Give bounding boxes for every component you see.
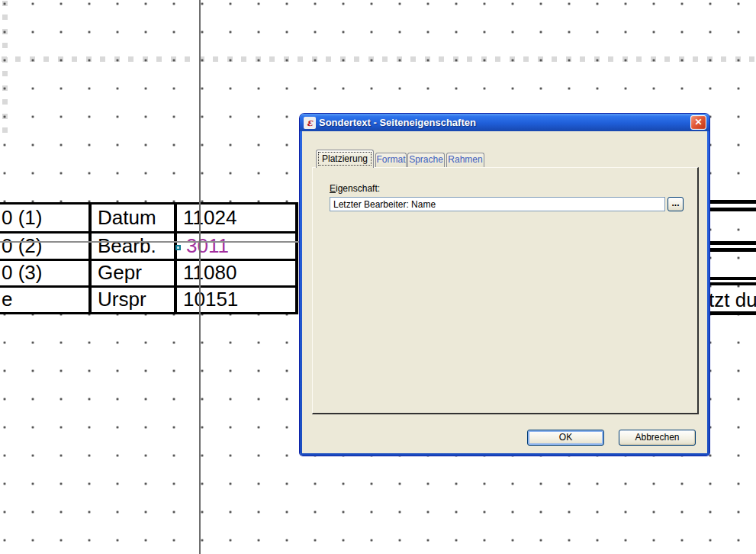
crosshair-vertical-line: [199, 0, 201, 554]
table-cell-selected-text[interactable]: 3011: [174, 231, 295, 258]
clipped-drawing-text: tzt du: [709, 288, 756, 312]
table-cell[interactable]: 0 (1): [0, 205, 88, 231]
drawing-line-fragment: [709, 208, 756, 211]
table-cell[interactable]: 0 (2): [0, 231, 88, 258]
table-cell[interactable]: Bearb.: [88, 231, 174, 258]
tab-rahmen[interactable]: Rahmen: [446, 153, 484, 167]
drawing-line-fragment: [709, 282, 756, 285]
dialog-body: Platzierung Format Sprache Rahmen Eigens…: [302, 131, 707, 453]
table-cell[interactable]: e: [0, 285, 88, 312]
ok-button[interactable]: OK: [527, 430, 604, 446]
browse-button[interactable]: ...: [668, 197, 684, 211]
app-icon: ε: [304, 117, 316, 129]
selection-handle[interactable]: [175, 245, 181, 250]
title-block-table[interactable]: 0 (1) Datum 11024 0 (2) Bearb. 3011 0 (3…: [0, 202, 298, 314]
dialog-titlebar[interactable]: ε Sondertext - Seiteneigenschaften ✕: [300, 114, 709, 131]
drawing-line-fragment: [709, 277, 756, 280]
table-cell[interactable]: 0 (3): [0, 259, 88, 285]
dialog-title: Sondertext - Seiteneigenschaften: [319, 117, 476, 128]
drawing-canvas[interactable]: 0 (1) Datum 11024 0 (2) Bearb. 3011 0 (3…: [0, 0, 756, 554]
property-input[interactable]: [330, 197, 665, 211]
table-cell[interactable]: 11024: [174, 205, 295, 231]
table-cell[interactable]: Urspr: [88, 285, 174, 312]
table-cell[interactable]: Gepr: [88, 259, 174, 285]
table-cell[interactable]: Datum: [88, 205, 174, 231]
tab-page-platzierung: Eigenschaft: ...: [312, 167, 699, 414]
dialog-sondertext-seiteneigenschaften: ε Sondertext - Seiteneigenschaften ✕ Pla…: [300, 114, 709, 456]
cancel-button[interactable]: Abbrechen: [619, 430, 696, 446]
table-cell[interactable]: 11080: [174, 259, 295, 285]
tab-sprache[interactable]: Sprache: [407, 153, 445, 167]
tab-platzierung[interactable]: Platzierung: [316, 150, 374, 168]
drawing-line-fragment: [709, 248, 756, 252]
property-label: Eigenschaft:: [330, 183, 380, 194]
drawing-line-fragment: [709, 200, 756, 204]
drawing-line-fragment: [709, 241, 756, 245]
tab-format[interactable]: Format: [375, 153, 407, 167]
table-cell[interactable]: 10151: [174, 285, 295, 312]
close-icon[interactable]: ✕: [690, 115, 706, 130]
